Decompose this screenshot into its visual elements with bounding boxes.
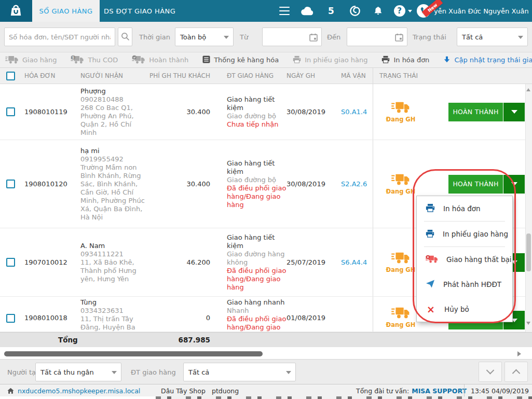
- search-button[interactable]: [118, 27, 132, 46]
- truck-icon: [5, 55, 19, 65]
- table-header: HÓA ĐƠN NGƯỜI NHẬN PHÍ GH THU KHÁCH ĐT G…: [0, 68, 532, 84]
- logged-user: ptduong: [212, 384, 239, 397]
- tab-so-giao-hang[interactable]: SỔ GIAO HÀNG: [32, 0, 100, 22]
- delivery-status: Đang GH: [385, 101, 417, 123]
- bell-icon[interactable]: [372, 0, 384, 22]
- delivery-date: 30/08/2019: [287, 108, 337, 116]
- invoice-number: 1908010018: [21, 314, 77, 322]
- table-row[interactable]: 1908010119 Phượng 0902810488 268 Co Bac …: [0, 84, 532, 140]
- support-link[interactable]: MISA SUPPORT: [412, 387, 467, 395]
- time-filter-value: Toàn bộ: [180, 33, 206, 41]
- truck-orange-icon: [391, 306, 410, 320]
- toolbar-thu-cod[interactable]: $ Thu COD: [71, 55, 118, 65]
- row-actions-context-menu: In hóa đơn In phiếu giao hàng Giao hàng …: [416, 196, 513, 322]
- status-filter-select[interactable]: Tất cả: [457, 27, 528, 46]
- home-icon[interactable]: [7, 384, 15, 397]
- menu-item-in-phieu-giao-hang[interactable]: In phiếu giao hàng: [417, 222, 512, 246]
- row-checkbox[interactable]: [6, 314, 15, 323]
- select-all-checkbox[interactable]: [6, 72, 15, 80]
- collapse-down-button[interactable]: [479, 362, 502, 382]
- complete-button[interactable]: HOÀN THÀNH: [448, 103, 503, 121]
- toolbar-in-hoa-don[interactable]: In hóa đơn: [381, 56, 429, 65]
- toolbar-giao-hang[interactable]: Giao hàng: [5, 55, 57, 65]
- tracking-code-link[interactable]: S2.A2.6: [341, 180, 367, 188]
- vertical-scrollbar: [525, 84, 532, 332]
- toolbar-hoan-thanh[interactable]: Hoàn thành: [132, 55, 188, 65]
- scroll-right-arrow[interactable]: [517, 351, 521, 356]
- chevron-up-icon: [512, 369, 521, 378]
- misa-five-icon[interactable]: 5ˆ: [326, 0, 336, 22]
- search-box: [4, 27, 115, 46]
- truck-orange-icon: [391, 173, 410, 187]
- row-actions-dropdown-button[interactable]: [503, 175, 525, 194]
- row-checkbox[interactable]: [6, 107, 15, 116]
- calendar-icon: [395, 33, 403, 43]
- chevron-down-icon: [518, 36, 523, 39]
- five-hat-glyph: ˆ: [328, 0, 331, 4]
- tab-ds-dot-giao-hang[interactable]: DS ĐỢT GIAO HÀNG: [100, 0, 180, 22]
- column-header-recipient[interactable]: NGƯỜI NHẬN: [77, 72, 145, 79]
- column-header-carrier[interactable]: ĐT GIAO HÀNG: [212, 72, 287, 79]
- help-icon[interactable]: ?: [391, 0, 414, 22]
- tracking-code-link[interactable]: S0.A1.4: [341, 108, 367, 116]
- menu-icon[interactable]: [278, 0, 291, 22]
- menu-item-in-hoa-don[interactable]: In hóa đơn: [417, 196, 512, 221]
- scroll-up-arrow[interactable]: [526, 88, 530, 91]
- menu-item-giao-hang-that-bai[interactable]: Giao hàng thất bại: [417, 247, 512, 272]
- creator-filter-select[interactable]: Tất cả thu ngân: [35, 363, 121, 381]
- clock-datetime: 13:45 04/09/2019: [464, 384, 529, 397]
- total-label: Tổng: [58, 336, 78, 344]
- app-logo[interactable]: [0, 0, 32, 22]
- delivery-status: Đang GH: [385, 173, 417, 195]
- filter-bar: Thời gian Toàn bộ Từ Đến Trạng thái Tất …: [0, 22, 532, 52]
- cloud-sync-icon[interactable]: [300, 0, 315, 22]
- chevron-down-icon: [286, 371, 291, 374]
- support-hotline[interactable]: Tổng đài tư vấn: MISA SUPPORT: [356, 384, 467, 397]
- status-filter-value: Tất cả: [462, 33, 483, 41]
- receipt-printer-icon: [426, 229, 434, 239]
- column-header-code[interactable]: MÃ VẬN: [337, 72, 373, 79]
- column-header-invoice[interactable]: HÓA ĐƠN: [21, 72, 77, 79]
- five-glyph: 5: [328, 6, 334, 16]
- column-header-date[interactable]: NGÀY GH: [287, 72, 337, 79]
- swirl-icon[interactable]: [349, 0, 361, 22]
- carrier-info: Giao hàng tiết kiệm Giao đường bộ Chưa t…: [212, 95, 287, 129]
- column-header-status[interactable]: TRẠNG THÁI: [373, 68, 532, 84]
- recipient-info: A. Nam 0934111221 11, Xã Bảo Khê, Thành …: [77, 242, 145, 283]
- menu-item-phat-hanh-hddt[interactable]: Phát hành HĐĐT: [417, 272, 512, 297]
- carrier-filter-select[interactable]: Tất cả: [183, 363, 296, 381]
- row-actions-dropdown-button[interactable]: [503, 103, 525, 121]
- complete-button[interactable]: HOÀN THÀNH: [448, 175, 503, 194]
- delivery-management-app: SỔ GIAO HÀNG DS ĐỢT GIAO HÀNG 5ˆ ? New y…: [0, 0, 532, 399]
- chevron-down-icon: [224, 36, 229, 39]
- collapse-up-button[interactable]: [504, 362, 528, 382]
- horizontal-scrollbar-thumb[interactable]: [4, 351, 263, 356]
- column-header-fee[interactable]: PHÍ GH THU KHÁCH: [145, 72, 212, 79]
- row-checkbox[interactable]: [6, 180, 15, 188]
- toolbar-cap-nhat-trang-thai[interactable]: Cập nhật trạng thái giao vận: [443, 56, 532, 64]
- menu-item-huy-bo[interactable]: × Hủy bỏ: [417, 297, 512, 322]
- scroll-down-arrow[interactable]: [526, 322, 530, 325]
- row-checkbox[interactable]: [6, 258, 15, 267]
- total-fee-value: 687.985: [145, 336, 212, 344]
- truck-dollar-icon: $: [71, 55, 84, 65]
- tracking-code-link[interactable]: S6.A4.4: [341, 258, 367, 266]
- search-input[interactable]: [5, 28, 115, 46]
- chevron-down-icon: [112, 371, 117, 374]
- carrier-info: Giao hàng nhanh Nhanh Đã điều phối giao …: [212, 298, 287, 332]
- toolbar-thong-ke[interactable]: Thống kê hàng hóa: [202, 56, 279, 65]
- user-menu[interactable]: yễn Xuân Đức Nguyễn Xuân: [434, 0, 528, 22]
- truck-failed-icon: [426, 255, 438, 265]
- vertical-scrollbar-thumb[interactable]: [526, 233, 531, 271]
- from-date-input[interactable]: [262, 27, 322, 46]
- list-icon: [202, 56, 210, 65]
- site-url-link[interactable]: nxducdemo5.mshopkeeper.misa.local: [18, 384, 140, 397]
- delivery-fee: 30.400: [145, 180, 212, 188]
- truck-check-icon: [132, 55, 145, 65]
- to-date-input[interactable]: [347, 27, 407, 46]
- time-filter-select[interactable]: Toàn bộ: [175, 27, 234, 46]
- delivery-fee: 30.400: [145, 108, 212, 116]
- toolbar-in-phieu-giao-hang[interactable]: In phiếu giao hàng: [293, 56, 367, 65]
- delivery-status: Đang GH: [385, 251, 417, 273]
- truck-orange-icon: [391, 101, 410, 115]
